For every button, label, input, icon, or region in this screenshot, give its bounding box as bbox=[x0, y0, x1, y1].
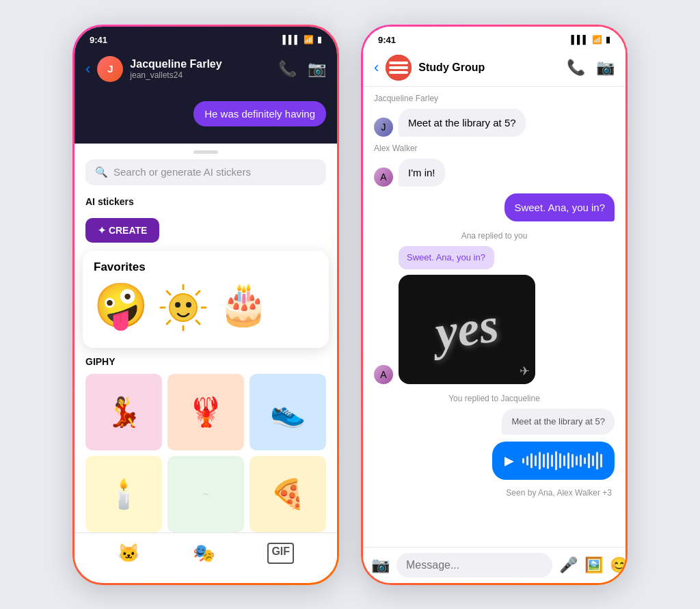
msg-row-5: Meet at the library at 5? bbox=[374, 409, 615, 435]
msg-bubble-1: Meet at the library at 5? bbox=[399, 109, 526, 137]
right-phone-content: 9:41 ▌▌▌ 📶 ▮ ‹ bbox=[363, 27, 625, 583]
right-phone: 9:41 ▌▌▌ 📶 ▮ ‹ bbox=[361, 25, 628, 585]
phone-icon[interactable]: 📞 bbox=[278, 60, 297, 78]
giphy-label: GIPHY bbox=[85, 356, 326, 367]
seen-text: Seen by Ana, Alex Walker +3 bbox=[374, 488, 615, 498]
contact-details: Jacqueline Farley jean_vallets24 bbox=[130, 58, 221, 80]
svg-rect-14 bbox=[389, 71, 408, 74]
svg-line-9 bbox=[196, 291, 200, 295]
signal-icon: ▌▌▌ bbox=[282, 35, 300, 44]
yes-sticker: yes ✈ bbox=[399, 275, 535, 384]
send-icon: ✈ bbox=[520, 364, 530, 379]
group-info: Study Group bbox=[386, 55, 560, 81]
group-name: Study Group bbox=[418, 62, 485, 74]
my-reply-block: Meet at the library at 5? bbox=[502, 409, 615, 435]
jacqueline-label: Jacqueline Farley bbox=[374, 94, 615, 103]
animal-sticker-icon[interactable]: 🐱 bbox=[118, 543, 139, 564]
giphy-item-6[interactable]: 🍕 bbox=[250, 456, 326, 532]
contact-info: J Jacqueline Farley jean_vallets24 bbox=[97, 56, 271, 82]
alex-label: Alex Walker bbox=[374, 144, 615, 153]
svg-point-1 bbox=[175, 302, 180, 308]
input-bar: 📷 🎤 🖼️ 😊 bbox=[363, 547, 625, 583]
r-wifi-icon: 📶 bbox=[592, 35, 602, 44]
replied-label-2: You replied to Jacqueline bbox=[374, 394, 615, 403]
sticker-search-bar[interactable]: 🔍 Search or generate AI stickers bbox=[85, 159, 326, 185]
giphy-item-4[interactable]: 🕯️ bbox=[85, 456, 162, 532]
giphy-section: GIPHY 💃 🦞 👟 🕯️ ~ 🍕 bbox=[75, 348, 337, 532]
r-video-icon[interactable]: 📷 bbox=[596, 59, 615, 77]
sticker-wink[interactable]: 🤪 bbox=[94, 284, 148, 338]
voice-bubble: ▶ bbox=[492, 442, 615, 480]
left-phone: 9:41 ▌▌▌ 📶 ▮ ‹ J Jacqueline Farley jean_… bbox=[72, 25, 339, 585]
waveform bbox=[522, 451, 602, 470]
photo-icon[interactable]: 🖼️ bbox=[584, 556, 603, 574]
right-header-actions: 📞 📷 bbox=[567, 59, 615, 77]
chat-preview-bg: He was definitely having bbox=[75, 89, 337, 144]
camera-input-icon[interactable]: 📷 bbox=[371, 556, 390, 574]
svg-rect-12 bbox=[389, 62, 408, 64]
ana-avatar: A bbox=[374, 365, 393, 384]
yes-text: yes bbox=[432, 297, 502, 362]
ana-reply-block: Sweet. Ana, you in? yes ✈ bbox=[399, 246, 535, 384]
favorites-card: Favorites 🤪 bbox=[83, 251, 329, 348]
favorites-sticker-row: 🤪 bbox=[94, 284, 318, 338]
bottom-icon-bar: 🐱 🎭 GIF bbox=[75, 532, 337, 571]
msg-row-1: J Meet at the library at 5? bbox=[374, 109, 615, 137]
msg-bubble-2: I'm in! bbox=[399, 159, 445, 187]
msg-row-4: A Sweet. Ana, you in? yes ✈ bbox=[374, 246, 615, 384]
sticker-sun[interactable] bbox=[159, 284, 207, 338]
left-status-bar: 9:41 ▌▌▌ 📶 ▮ bbox=[75, 27, 337, 49]
msg-row-voice: ▶ bbox=[374, 442, 615, 480]
sticker-icon[interactable]: 🎭 bbox=[193, 543, 215, 564]
r-phone-icon[interactable]: 📞 bbox=[567, 59, 585, 77]
left-status-icons: ▌▌▌ 📶 ▮ bbox=[282, 35, 322, 44]
r-signal-icon: ▌▌▌ bbox=[571, 35, 589, 44]
header-actions: 📞 📷 bbox=[278, 60, 326, 78]
search-icon: 🔍 bbox=[95, 166, 108, 178]
video-icon[interactable]: 📷 bbox=[308, 60, 326, 78]
giphy-item-2[interactable]: 🦞 bbox=[167, 374, 244, 450]
right-time: 9:41 bbox=[378, 35, 396, 45]
input-actions: 🎤 🖼️ 😊 bbox=[559, 556, 628, 574]
sticker-crown-cake[interactable]: 🎂 bbox=[218, 284, 269, 338]
svg-line-10 bbox=[167, 321, 170, 324]
alex-avatar: A bbox=[374, 167, 393, 187]
giphy-item-5[interactable]: ~ bbox=[167, 456, 244, 532]
giphy-grid: 💃 🦞 👟 🕯️ ~ 🍕 bbox=[85, 374, 326, 532]
left-header: ‹ J Jacqueline Farley jean_vallets24 📞 📷 bbox=[75, 49, 337, 89]
gif-icon[interactable]: GIF bbox=[267, 543, 294, 564]
left-time: 9:41 bbox=[90, 35, 107, 45]
giphy-item-3[interactable]: 👟 bbox=[250, 374, 326, 450]
group-avatar bbox=[386, 55, 412, 81]
replied-label-1: Ana replied to you bbox=[374, 231, 615, 241]
svg-line-7 bbox=[167, 291, 170, 295]
mic-icon[interactable]: 🎤 bbox=[559, 556, 578, 574]
right-back-button[interactable]: ‹ bbox=[374, 60, 379, 75]
contact-username: jean_vallets24 bbox=[130, 70, 221, 80]
chat-area: Jacqueline Farley J Meet at the library … bbox=[363, 87, 625, 547]
message-input[interactable] bbox=[396, 553, 552, 578]
chat-preview-bubble: He was definitely having bbox=[193, 101, 326, 126]
contact-name: Jacqueline Farley bbox=[130, 58, 221, 70]
svg-rect-13 bbox=[389, 66, 408, 69]
play-button[interactable]: ▶ bbox=[504, 453, 514, 468]
giphy-item-1[interactable]: 💃 bbox=[85, 374, 162, 450]
reply-preview: Sweet. Ana, you in? bbox=[399, 246, 494, 269]
r-battery-icon: ▮ bbox=[606, 35, 610, 44]
sticker-panel: 🔍 Search or generate AI stickers AI stic… bbox=[75, 144, 337, 571]
search-placeholder: Search or generate AI stickers bbox=[113, 166, 251, 178]
msg-bubble-3: Sweet. Ana, you in? bbox=[504, 193, 615, 221]
msg-row-3: Sweet. Ana, you in? bbox=[374, 193, 615, 221]
panel-handle bbox=[193, 150, 218, 154]
reply-text-preview: Meet at the library at 5? bbox=[502, 409, 615, 435]
create-button[interactable]: ✦ CREATE bbox=[85, 218, 159, 243]
sticker-input-icon[interactable]: 😊 bbox=[610, 556, 628, 574]
svg-line-8 bbox=[196, 321, 200, 324]
right-status-bar: 9:41 ▌▌▌ 📶 ▮ bbox=[363, 27, 625, 49]
back-button[interactable]: ‹ bbox=[85, 62, 90, 77]
group-details: Study Group bbox=[418, 62, 485, 74]
favorites-title: Favorites bbox=[94, 260, 318, 274]
right-header: ‹ Study Group bbox=[363, 49, 625, 87]
ai-stickers-label: AI stickers bbox=[75, 193, 337, 213]
wifi-icon: 📶 bbox=[304, 35, 314, 44]
